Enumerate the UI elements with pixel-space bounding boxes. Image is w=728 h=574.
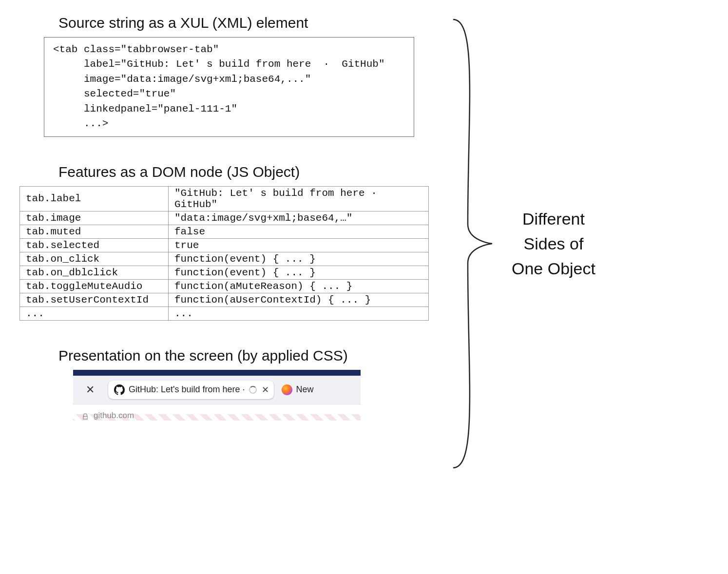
- prop-key: tab.setUserContextId: [20, 293, 169, 306]
- code-line: label="GitHub: Let' s build from here · …: [53, 58, 385, 70]
- xul-title: Source string as a XUL (XML) element: [58, 15, 434, 31]
- code-line: linkedpanel="panel-111-1": [53, 103, 237, 115]
- prop-val: "data:image/svg+xml;base64,…": [169, 211, 429, 225]
- summary-line: Sides of: [512, 231, 595, 256]
- table-row: tab.on_clickfunction(event) { ... }: [20, 252, 429, 266]
- code-line: <tab class="tabbrowser-tab": [53, 44, 219, 55]
- section-dom: Features as a DOM node (JS Object) tab.l…: [10, 164, 434, 321]
- prop-val: function(event) { ... }: [169, 266, 429, 279]
- github-icon: [114, 384, 125, 395]
- firefox-icon: [282, 384, 292, 395]
- prop-val: "GitHub: Let' s build from here · GitHub…: [169, 186, 429, 211]
- summary-label: Different Sides of One Object: [512, 207, 595, 281]
- browser-tab-active[interactable]: GitHub: Let's build from here · ✕: [108, 381, 274, 399]
- close-tab-icon[interactable]: ✕: [262, 384, 269, 395]
- browser-url-bar[interactable]: github.com: [73, 404, 361, 421]
- section-presentation: Presentation on the screen (by applied C…: [10, 347, 434, 421]
- prop-val: function(aMuteReason) { ... }: [169, 279, 429, 293]
- prop-key: ...: [20, 306, 169, 320]
- table-row: tab.setUserContextIdfunction(aUserContex…: [20, 293, 429, 306]
- table-row: tab.selectedtrue: [20, 238, 429, 252]
- browser-mock: ✕ GitHub: Let's build from here · ✕ New …: [73, 370, 361, 421]
- prop-key: tab.label: [20, 186, 169, 211]
- prop-key: tab.toggleMuteAudio: [20, 279, 169, 293]
- table-row: tab.label"GitHub: Let' s build from here…: [20, 186, 429, 211]
- prop-key: tab.on_click: [20, 252, 169, 266]
- code-line: selected="true": [53, 88, 176, 99]
- prop-val: function(aUserContextId) { ... }: [169, 293, 429, 306]
- prop-key: tab.muted: [20, 225, 169, 238]
- section-xul: Source string as a XUL (XML) element <ta…: [10, 15, 434, 137]
- prop-val: ...: [169, 306, 429, 320]
- prop-key: tab.on_dblclick: [20, 266, 169, 279]
- code-line: ...>: [53, 118, 108, 129]
- close-icon[interactable]: ✕: [77, 383, 103, 396]
- prop-key: tab.image: [20, 211, 169, 225]
- table-row: ......: [20, 306, 429, 320]
- summary-line: Different: [512, 207, 595, 231]
- curly-brace-icon: [434, 15, 502, 473]
- dom-title: Features as a DOM node (JS Object): [58, 164, 434, 180]
- code-line: image="data:image/svg+xml;base64,...": [53, 74, 311, 85]
- table-row: tab.mutedfalse: [20, 225, 429, 238]
- table-row: tab.on_dblclickfunction(event) { ... }: [20, 266, 429, 279]
- prop-val: false: [169, 225, 429, 238]
- prop-val: function(event) { ... }: [169, 252, 429, 266]
- summary-line: One Object: [512, 256, 595, 281]
- prop-key: tab.selected: [20, 238, 169, 252]
- prop-val: true: [169, 238, 429, 252]
- loading-spinner-icon: [249, 386, 257, 394]
- tab-label: New: [296, 384, 314, 395]
- content-column: Source string as a XUL (XML) element <ta…: [10, 15, 434, 473]
- tab-label: GitHub: Let's build from here ·: [129, 384, 245, 395]
- presentation-title: Presentation on the screen (by applied C…: [58, 347, 434, 364]
- url-text: github.com: [94, 411, 134, 421]
- browser-tab-bar: ✕ GitHub: Let's build from here · ✕ New: [73, 376, 361, 404]
- lock-icon: [82, 413, 89, 421]
- table-row: tab.image"data:image/svg+xml;base64,…": [20, 211, 429, 225]
- table-row: tab.toggleMuteAudiofunction(aMuteReason)…: [20, 279, 429, 293]
- browser-tab-new[interactable]: New: [279, 384, 314, 395]
- xul-code-box: <tab class="tabbrowser-tab" label="GitHu…: [44, 37, 414, 137]
- summary-column: Different Sides of One Object: [502, 15, 595, 473]
- dom-properties-table: tab.label"GitHub: Let' s build from here…: [19, 186, 429, 321]
- brace-column: [434, 15, 502, 473]
- browser-window-frame: [73, 370, 361, 376]
